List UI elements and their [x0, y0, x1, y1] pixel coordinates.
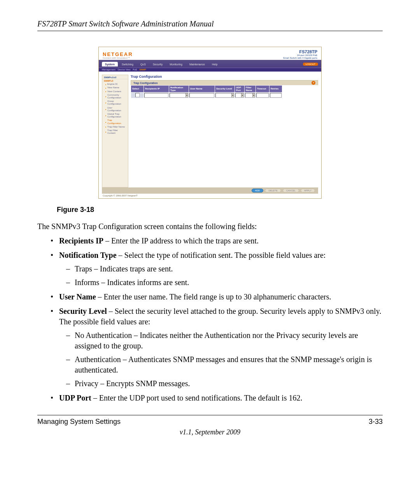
- col-filter-name: Filter Name: [245, 86, 256, 93]
- list-item: Notification Type – Select the type of n…: [37, 250, 383, 288]
- table-header-row: Select Recipients IP Notification Type U…: [131, 86, 282, 93]
- tab-help[interactable]: Help: [209, 62, 220, 66]
- sidebar: SNMPv1/v2 SNMPv3 ▸Engine ID ▸View Name ▸…: [102, 75, 128, 187]
- subnav-device-view[interactable]: Device View: [118, 68, 131, 71]
- footer-section: Managing System Settings: [37, 418, 121, 426]
- field-list: Recipients IP – Enter the IP address to …: [37, 236, 383, 403]
- sub-nav: Management Device View PoE SNMP: [99, 68, 321, 72]
- trap-table: Select Recipients IP Notification Type U…: [131, 85, 282, 98]
- delete-button[interactable]: DELETE: [265, 189, 281, 192]
- sublist-item: Informs – Indicates informs are sent.: [59, 277, 383, 288]
- sublist-item: Authentication – Authenticates SNMP mess…: [59, 354, 383, 375]
- col-recipients-ip: Recipients IP: [144, 86, 169, 93]
- screenshot-footer: ADD DELETE CANCEL APPLY: [102, 187, 318, 194]
- footer-version: v1.1, September 2009: [37, 428, 383, 436]
- sidebar-item-engine-id[interactable]: ▸Engine ID: [102, 82, 128, 86]
- sublist-item: Privacy – Encrypts SNMP messages.: [59, 378, 383, 389]
- notification-type-select[interactable]: [170, 93, 188, 98]
- tab-security[interactable]: Security: [150, 62, 166, 66]
- netgear-logo: NETGEAR: [103, 51, 133, 57]
- sublist-item: No Authentication – Indicates neither th…: [59, 330, 383, 351]
- sublist-item: Traps – Indicates traps are sent.: [59, 264, 383, 274]
- list-item: User Name – Enter the user name. The fie…: [37, 292, 383, 302]
- sidebar-item-global-trap-config[interactable]: ▸Global Trap Configuration: [102, 112, 128, 119]
- list-item: Security Level – Select the security lev…: [37, 306, 383, 389]
- list-item: Recipients IP – Enter the IP address to …: [37, 236, 383, 246]
- col-timeout: Timeout: [256, 86, 270, 93]
- tagline: Connect with Innovation™: [103, 57, 133, 59]
- col-notification-type: Notification Type: [169, 86, 189, 93]
- subnav-snmp[interactable]: SNMP: [139, 68, 146, 71]
- sidebar-item-view-name[interactable]: ▸View Name: [102, 86, 128, 89]
- panel-title: Trap Configuration: [131, 75, 318, 79]
- col-udp-port: UDP Port: [235, 86, 245, 93]
- add-button[interactable]: ADD: [252, 189, 264, 192]
- col-security-level: Security Level: [215, 86, 235, 93]
- device-info: FS728TP 24-port 10/100 PoE Smart Switch …: [283, 49, 317, 59]
- col-user-name: User Name: [189, 86, 215, 93]
- sidebar-group-snmpv3[interactable]: SNMPv3: [102, 79, 128, 82]
- sidebar-item-group-config[interactable]: ▸Group Configuration: [102, 100, 128, 106]
- retries-input[interactable]: [270, 93, 282, 98]
- col-retries: Retries: [270, 86, 282, 93]
- screenshot: NETGEAR Connect with Innovation™ FS728TP…: [98, 47, 322, 199]
- panel-header: Trap Configuration ?: [131, 80, 318, 85]
- page-footer: Managing System Settings 3-33 v1.1, Sept…: [37, 415, 383, 436]
- apply-button[interactable]: APPLY: [301, 189, 315, 192]
- sidebar-item-view-content[interactable]: ▸View Content: [102, 90, 128, 93]
- col-select: Select: [131, 86, 144, 93]
- recipients-ip-input[interactable]: [144, 93, 168, 98]
- main-panel: Trap Configuration Trap Configuration ? …: [131, 75, 318, 187]
- sidebar-item-trap-filter-name[interactable]: ▸Trap Filter Name: [102, 125, 128, 129]
- filter-name-select[interactable]: [245, 93, 255, 98]
- sidebar-item-trap-filter-content[interactable]: ▸Trap Filter Content: [102, 129, 128, 135]
- main-tabs: System Switching QoS Security Monitoring…: [99, 60, 321, 68]
- running-header: FS728TP Smart Switch Software Administra…: [37, 19, 383, 31]
- table-row: [131, 92, 282, 98]
- copyright: Copyright © 1996-2007 Netgear®: [99, 194, 321, 198]
- tab-maintenance[interactable]: Maintenance: [186, 62, 208, 66]
- help-icon[interactable]: ?: [312, 81, 315, 85]
- subnav-poe[interactable]: PoE: [133, 68, 137, 71]
- intro-text: The SNMPv3 Trap Configuration screen con…: [37, 221, 383, 232]
- sidebar-item-trap-config[interactable]: ▸Trap Configuration: [102, 119, 128, 125]
- tab-system[interactable]: System: [102, 62, 118, 66]
- cancel-button[interactable]: CANCEL: [283, 189, 299, 192]
- sidebar-group-snmpv1v2[interactable]: SNMPv1/v2: [102, 76, 128, 79]
- subnav-management[interactable]: Management: [102, 68, 116, 71]
- footer-pagenum: 3-33: [369, 418, 383, 426]
- user-name-input[interactable]: [189, 93, 214, 98]
- figure-caption: Figure 3-18: [57, 206, 383, 214]
- tab-qos[interactable]: QoS: [137, 62, 149, 66]
- security-level-select[interactable]: [215, 93, 234, 98]
- udp-port-select[interactable]: [235, 93, 244, 98]
- sidebar-item-community-config[interactable]: ▸Community Configuration: [102, 93, 128, 100]
- brand-block: NETGEAR Connect with Innovation™: [103, 51, 133, 59]
- tab-monitoring[interactable]: Monitoring: [166, 62, 186, 66]
- tab-switching[interactable]: Switching: [119, 62, 136, 66]
- sidebar-item-user-config[interactable]: ▸User Configuration: [102, 106, 128, 112]
- list-item: UDP Port – Enter the UDP port used to se…: [37, 393, 383, 403]
- timeout-input[interactable]: [256, 93, 269, 98]
- logout-button[interactable]: LOGOUT: [303, 63, 318, 66]
- select-checkbox[interactable]: [135, 93, 140, 97]
